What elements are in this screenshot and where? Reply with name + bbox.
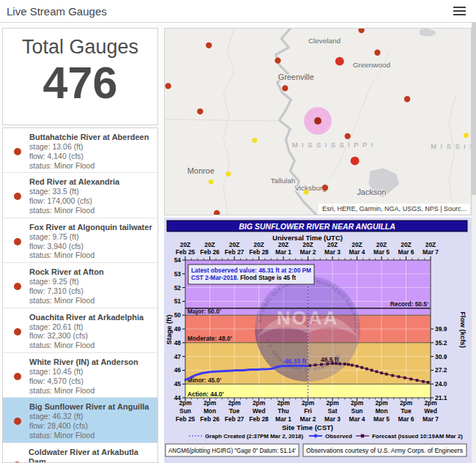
gauge-name: Rock River at Afton <box>29 265 104 277</box>
svg-text:Mon: Mon <box>204 407 216 415</box>
gauge-name: Fox River at Algonquin tailwater <box>29 221 152 232</box>
svg-text:Sun: Sun <box>179 407 191 415</box>
svg-text:Mar 1: Mar 1 <box>275 248 291 256</box>
gauge-name: Big Sunflower River at Anguilla <box>29 400 149 412</box>
svg-text:45: 45 <box>174 380 182 388</box>
right-axis-title: Flow (kcfs) <box>459 311 467 348</box>
gauge-map-dot[interactable] <box>209 179 214 185</box>
gauge-map-dot[interactable] <box>197 108 203 114</box>
gauge-list: Buttahatchie River at Aberdeenstage: 13.… <box>2 127 158 463</box>
bottom-tick-label: 2pm <box>179 399 191 407</box>
svg-text:53: 53 <box>174 270 182 278</box>
gauge-list-item[interactable]: Red River at Alexandriastage: 33.5 (ft)f… <box>3 173 157 218</box>
gauge-list-item[interactable]: Big Sunflower River at Anguillastage: 46… <box>3 398 157 442</box>
svg-text:Graph Created (2:37PM Mar 2, 2: Graph Created (2:37PM Mar 2, 2018) <box>205 433 303 440</box>
gauge-list-item[interactable]: Coldwater River at Arkabutla Damstage: 2… <box>3 443 157 463</box>
gauge-flow: flow: 3,940 (cfs) <box>29 242 152 251</box>
gauge-map-dot[interactable] <box>351 157 360 166</box>
top-tick-label: 20Z <box>204 241 215 248</box>
page-scrollbar[interactable] <box>472 23 476 463</box>
gauge-map-dot[interactable] <box>464 133 469 138</box>
gauge-map-dot[interactable] <box>345 133 351 139</box>
gauge-map-dot[interactable] <box>404 96 410 102</box>
gauge-status: status: Minor Flood <box>29 161 149 171</box>
bottom-tick-label: 2pm <box>400 399 412 407</box>
map-canvas[interactable]: ClevelandGreenwoodGreenvilleMISSISSIPPIM… <box>165 29 471 215</box>
gauge-map-dot[interactable] <box>206 42 212 48</box>
selected-gauge-dot[interactable] <box>314 117 321 125</box>
gauge-map-dot[interactable] <box>282 85 288 91</box>
gauge-status-dot <box>14 148 21 155</box>
zone-label: Moderate: 48.0' <box>187 335 232 342</box>
gauge-list-item[interactable]: Fox River at Algonquin tailwaterstage: 9… <box>3 218 157 263</box>
svg-text:Mar 7: Mar 7 <box>423 248 439 256</box>
map-place-label: Vicksburg <box>294 184 326 192</box>
top-tick-label: 20Z <box>278 241 289 248</box>
svg-text:Mar 6: Mar 6 <box>398 415 414 423</box>
total-gauges-value: 476 <box>3 59 157 106</box>
map-place-label: Greenwood <box>353 61 390 69</box>
record-stage-label: Record: 50.5' <box>390 300 428 308</box>
svg-text:Mar 6: Mar 6 <box>398 248 414 256</box>
map-place-label: Greenville <box>278 73 314 81</box>
gauge-map-dot[interactable] <box>165 83 171 89</box>
gauge-list-item[interactable]: Rock River at Aftonstage: 9.25 (ft)flow:… <box>3 263 157 308</box>
gauge-flow: flow: 7,310 (cfs) <box>29 286 104 296</box>
gauge-map-dot[interactable] <box>226 171 231 177</box>
svg-text:Feb 28: Feb 28 <box>249 415 269 423</box>
map-place-label: MISSISSIPPI <box>292 141 377 149</box>
gauge-map-dot[interactable] <box>374 50 380 56</box>
svg-text:30.9: 30.9 <box>435 353 447 360</box>
svg-text:Fri: Fri <box>304 407 312 415</box>
observations-courtesy-note: Observations courtesy of U.S. Army Corps… <box>306 447 463 454</box>
hamburger-menu-icon[interactable] <box>453 7 466 16</box>
svg-text:Feb 26: Feb 26 <box>200 415 220 423</box>
gauge-stage: stage: 9.75 (ft) <box>29 232 152 242</box>
gauge-item-text: Rock River at Aftonstage: 9.25 (ft)flow:… <box>29 265 104 305</box>
left-axis-title: Stage (ft) <box>165 314 173 344</box>
page-title: Live Stream Gauges <box>7 5 107 18</box>
gauge-status-dot <box>14 283 21 290</box>
svg-text:Tue: Tue <box>229 407 240 415</box>
svg-text:50: 50 <box>174 311 182 319</box>
map-place-label: Tallulah <box>271 177 296 185</box>
top-tick-label: 20Z <box>376 241 387 248</box>
svg-text:Wed: Wed <box>424 407 437 415</box>
svg-text:48: 48 <box>174 339 182 347</box>
gauge-stage: stage: 9.25 (ft) <box>29 277 104 286</box>
svg-text:54: 54 <box>174 256 182 264</box>
svg-text:46: 46 <box>174 366 182 374</box>
bottom-tick-label: 2pm <box>253 399 265 407</box>
map-place-label: Monroe <box>187 166 215 175</box>
zone-label: Major: 50.0' <box>187 308 221 315</box>
gauge-item-text: White River (IN) at Andersonstage: 10.45… <box>29 355 138 395</box>
gauge-list-item[interactable]: Ouachita River at Arkadelphiastage: 20.6… <box>3 308 157 353</box>
gauge-name: Ouachita River at Arkadelphia <box>29 311 144 322</box>
gauge-status: status: Minor Flood <box>29 431 149 440</box>
map-panel[interactable]: ClevelandGreenwoodGreenvilleMISSISSIPPIM… <box>164 28 472 215</box>
gauge-stage: stage: 20.61 (ft) <box>29 322 144 332</box>
top-tick-label: 20Z <box>425 241 436 248</box>
gauge-map-dot[interactable] <box>335 57 344 66</box>
gauge-map-dot[interactable] <box>304 190 309 195</box>
gauge-map-dot[interactable] <box>322 185 328 190</box>
gauge-map-dot[interactable] <box>275 57 280 63</box>
gauge-item-text: Big Sunflower River at Anguillastage: 46… <box>29 400 149 440</box>
bottom-axis-title: Site Time (CST) <box>282 423 333 431</box>
gauge-status: status: Minor Flood <box>29 341 144 350</box>
svg-text:Wed: Wed <box>253 407 266 415</box>
page-scrollbar-thumb[interactable] <box>472 23 476 195</box>
gauge-item-text: Buttahatchie River at Aberdeenstage: 13.… <box>29 130 149 170</box>
observed-value-label: 46.33 ft <box>285 358 307 365</box>
gauge-list-item[interactable]: Buttahatchie River at Aberdeenstage: 13.… <box>3 128 157 173</box>
gauge-stage: stage: 13.06 (ft) <box>29 142 149 152</box>
top-tick-label: 20Z <box>253 241 264 248</box>
gauge-map-dot[interactable] <box>252 138 257 143</box>
gauge-flow: flow: 4,570 (cfs) <box>29 377 138 386</box>
gauge-status: status: Minor Flood <box>29 206 119 215</box>
bottom-tick-label: 2pm <box>204 399 216 407</box>
gauge-list-item[interactable]: White River (IN) at Andersonstage: 10.45… <box>3 353 157 398</box>
map-place-label: MISSISS <box>431 142 471 150</box>
top-tick-label: 20Z <box>352 241 362 248</box>
hydrograph-chart: BIG SUNFLOWER RIVER NEAR ANGUILLAUnivers… <box>164 218 472 463</box>
